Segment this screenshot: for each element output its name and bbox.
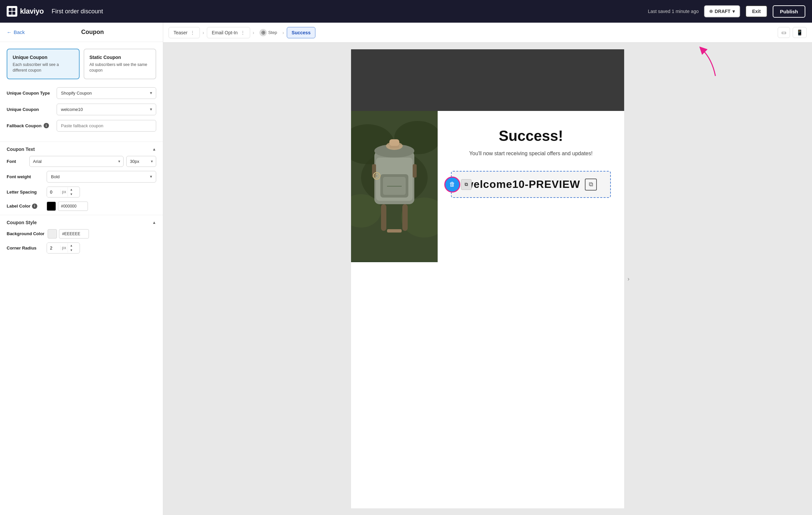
desktop-view-button[interactable]: ▭ — [778, 27, 790, 38]
app-logo: klaviyo — [7, 6, 44, 17]
tab-arrow-1: › — [201, 30, 205, 35]
svg-rect-15 — [402, 204, 408, 231]
coupon-type-row: Unique Coupon Type Shopify Coupon — [7, 87, 156, 99]
coupon-box: welcome10-PREVIEW ⧉ — [451, 171, 611, 198]
bg-color-label: Background Color — [7, 231, 44, 236]
label-color-info-icon[interactable]: i — [32, 203, 37, 209]
font-select-wrapper: Arial — [29, 156, 123, 167]
pink-arrow-annotation — [686, 46, 725, 79]
corner-radius-label: Corner Radius — [7, 246, 43, 251]
duplicate-icon: ⧉ — [465, 181, 468, 187]
label-color-controls — [47, 202, 88, 211]
corner-radius-up-icon[interactable]: ▲ — [68, 243, 75, 248]
coupon-delete-button[interactable]: 🗑 — [444, 176, 460, 193]
tab-teaser-menu-icon[interactable]: ⋮ — [190, 30, 195, 35]
tab-step-add[interactable]: ⊕ Step — [257, 27, 280, 38]
corner-radius-arrows[interactable]: ▲ ▼ — [68, 243, 75, 253]
right-panel: Teaser ⋮ › Email Opt-In ⋮ › ⊕ Step › Suc… — [163, 23, 812, 515]
tab-arrow-3: › — [281, 30, 285, 35]
size-select[interactable]: 30px — [126, 156, 156, 167]
panel-header: ← Back Coupon — [0, 23, 163, 42]
save-status: Last saved 1 minute ago — [648, 9, 699, 14]
fallback-coupon-row: Fallback Coupon i — [7, 120, 156, 132]
svg-rect-21 — [372, 164, 376, 177]
fallback-info-icon[interactable]: i — [44, 123, 49, 128]
draft-label: DRAFT — [715, 9, 730, 14]
corner-radius-input-group: px ▲ ▼ — [47, 242, 80, 254]
preview-canvas: Success! You'll now start receiving spec… — [351, 49, 624, 508]
page-title: First order discount — [52, 8, 103, 15]
unique-coupon-select[interactable]: welcome10 — [57, 104, 156, 115]
exit-button[interactable]: Exit — [745, 5, 767, 17]
preview-next-arrow[interactable]: › — [628, 276, 630, 283]
tab-email-optin-menu-icon[interactable]: ⋮ — [240, 30, 245, 35]
coupon-text-title: Coupon Text — [7, 147, 35, 152]
size-select-wrapper: 30px — [126, 156, 156, 167]
coupon-duplicate-button[interactable]: ⧉ — [461, 179, 472, 190]
preview-content: Success! You'll now start receiving spec… — [351, 111, 624, 262]
coupon-type-select-wrapper: Shopify Coupon — [57, 87, 156, 99]
preview-dark-top — [351, 49, 624, 111]
unique-coupon-desc: Each subscriber will see a different cou… — [13, 62, 74, 73]
corner-radius-down-icon[interactable]: ▼ — [68, 248, 75, 253]
unique-coupon-select-wrapper: welcome10 — [57, 104, 156, 115]
panel-title: Coupon — [29, 29, 156, 36]
corner-radius-input[interactable] — [47, 243, 60, 253]
preview-right-content: Success! You'll now start receiving spec… — [438, 111, 624, 262]
bg-color-row: Background Color — [0, 229, 163, 238]
tab-step-add-icon: ⊕ — [259, 29, 267, 36]
coupon-text-section-header[interactable]: Coupon Text ▲ — [0, 142, 163, 156]
letter-spacing-up-icon[interactable]: ▲ — [68, 187, 75, 192]
back-arrow-icon: ← — [7, 29, 12, 35]
label-color-label: Label Color i — [7, 203, 43, 209]
draft-button[interactable]: DRAFT ▾ — [704, 5, 740, 17]
success-title: Success! — [499, 127, 563, 144]
bg-color-input[interactable] — [59, 229, 89, 238]
svg-rect-22 — [413, 164, 417, 177]
fallback-coupon-label: Fallback Coupon i — [7, 123, 53, 128]
tab-success[interactable]: Success — [287, 27, 316, 38]
corner-radius-unit: px — [60, 246, 68, 250]
font-weight-select[interactable]: Bold — [47, 171, 156, 182]
header: klaviyo First order discount Last saved … — [0, 0, 812, 23]
coupon-style-title: Coupon Style — [7, 220, 37, 225]
publish-button[interactable]: Publish — [773, 5, 805, 18]
font-row: Font Arial 30px — [0, 156, 163, 167]
success-desc: You'll now start receiving special offer… — [469, 149, 592, 158]
trash-icon: 🗑 — [449, 181, 455, 188]
tab-bar: Teaser ⋮ › Email Opt-In ⋮ › ⊕ Step › Suc… — [163, 23, 812, 42]
coupon-type-row: Unique Coupon Each subscriber will see a… — [0, 42, 163, 85]
letter-spacing-down-icon[interactable]: ▼ — [68, 192, 75, 197]
font-weight-label: Font weight — [7, 174, 43, 179]
coupon-copy-button[interactable]: ⧉ — [585, 178, 597, 191]
svg-rect-26 — [389, 139, 399, 146]
coupon-style-section-header[interactable]: Coupon Style ▲ — [0, 215, 163, 229]
svg-rect-1 — [12, 8, 15, 11]
mobile-view-button[interactable]: 📱 — [793, 27, 807, 38]
label-color-row: Label Color i — [0, 202, 163, 211]
static-coupon-card[interactable]: Static Coupon All subscribers will see t… — [84, 49, 156, 79]
bg-color-swatch[interactable] — [48, 229, 57, 238]
fallback-coupon-input[interactable] — [57, 120, 156, 132]
unique-coupon-label: Unique Coupon — [7, 107, 53, 112]
coupon-code: welcome10-PREVIEW — [465, 178, 580, 191]
font-label: Font — [7, 159, 27, 164]
form-section: Unique Coupon Type Shopify Coupon Unique… — [0, 85, 163, 142]
letter-spacing-input[interactable] — [47, 187, 60, 197]
label-color-swatch[interactable] — [47, 202, 56, 211]
unique-coupon-card[interactable]: Unique Coupon Each subscriber will see a… — [7, 49, 80, 79]
bg-color-controls — [48, 229, 89, 238]
label-color-input[interactable] — [58, 202, 88, 211]
tab-teaser[interactable]: Teaser ⋮ — [169, 27, 200, 38]
preview-area: Success! You'll now start receiving spec… — [163, 42, 812, 515]
tab-teaser-label: Teaser — [174, 30, 187, 35]
tab-arrow-2: › — [252, 30, 256, 35]
coupon-type-select[interactable]: Shopify Coupon — [57, 87, 156, 99]
letter-spacing-arrows[interactable]: ▲ ▼ — [68, 187, 75, 197]
svg-rect-14 — [381, 204, 386, 231]
letter-spacing-label: Letter Spacing — [7, 190, 43, 195]
svg-rect-16 — [387, 229, 402, 232]
font-select[interactable]: Arial — [29, 156, 123, 167]
back-link[interactable]: ← Back — [7, 29, 25, 35]
tab-email-optin[interactable]: Email Opt-In ⋮ — [207, 27, 250, 38]
